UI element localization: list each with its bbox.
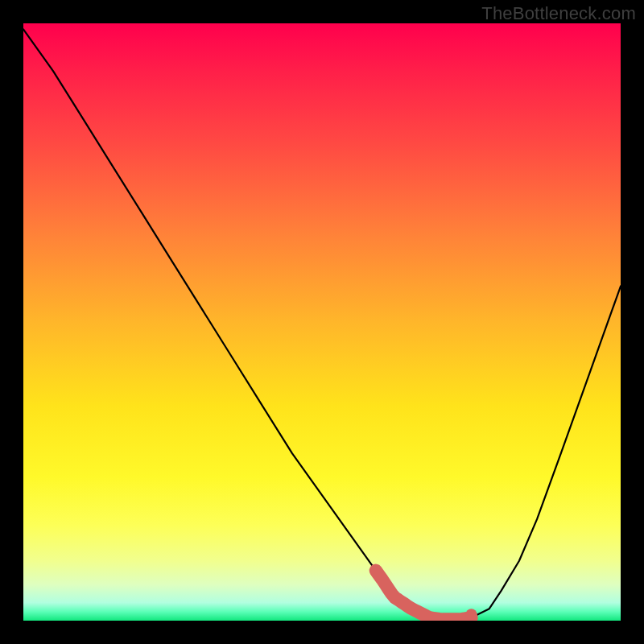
watermark-text: TheBottleneck.com: [481, 3, 636, 24]
curve-layer: [23, 23, 621, 621]
highlight-end-dot: [466, 609, 477, 620]
chart-root: TheBottleneck.com: [0, 0, 644, 644]
plot-area: [23, 23, 621, 621]
highlight-band: [376, 571, 472, 620]
bottleneck-curve: [23, 29, 621, 619]
